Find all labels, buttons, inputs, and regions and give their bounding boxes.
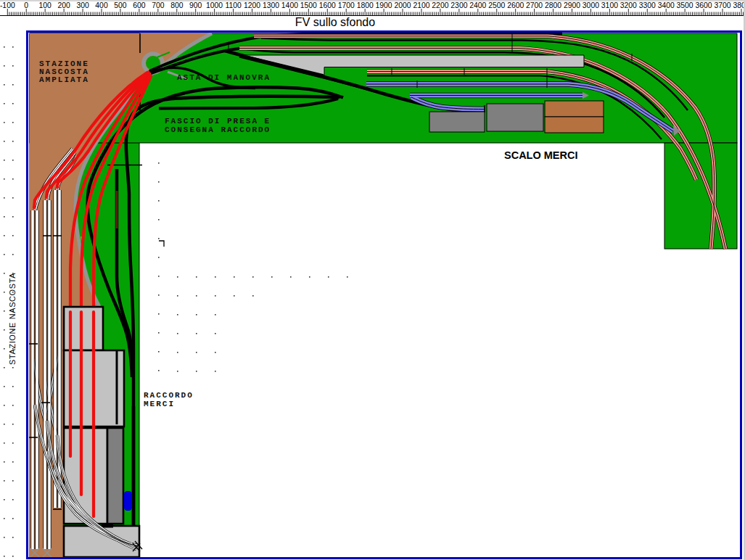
svg-text:2800: 2800 (545, 1, 561, 9)
svg-text:200: 200 (57, 1, 70, 9)
svg-text:2400: 2400 (469, 1, 486, 9)
svg-text:ASTA DI MANOVRA: ASTA DI MANOVRA (177, 73, 271, 82)
svg-text:3600: 3600 (696, 1, 712, 9)
svg-text:3300: 3300 (639, 1, 656, 9)
svg-text:0: 0 (24, 1, 28, 9)
svg-text:1000: 1000 (206, 1, 223, 9)
svg-text:1700: 1700 (338, 1, 355, 9)
svg-text:-100: -100 (0, 1, 15, 9)
svg-text:FASCIO DI PRESA E: FASCIO DI PRESA E (165, 117, 271, 125)
svg-text:CONSEGNA RACCORDO: CONSEGNA RACCORDO (165, 125, 271, 134)
svg-text:3500: 3500 (677, 1, 693, 9)
svg-text:2100: 2100 (413, 1, 429, 9)
svg-text:1200: 1200 (244, 1, 260, 9)
svg-text:MERCI: MERCI (144, 400, 175, 408)
svg-text:2900: 2900 (564, 1, 580, 9)
svg-text:1900: 1900 (376, 1, 392, 9)
svg-text:1800: 1800 (357, 1, 374, 9)
svg-text:2300: 2300 (450, 1, 467, 9)
svg-text:2000: 2000 (394, 1, 411, 9)
svg-text:100: 100 (39, 1, 52, 9)
svg-text:500: 500 (114, 1, 127, 9)
svg-text:3000: 3000 (583, 1, 599, 9)
svg-text:2600: 2600 (507, 1, 524, 9)
svg-text:400: 400 (95, 1, 108, 9)
svg-text:3100: 3100 (601, 1, 618, 9)
svg-text:1600: 1600 (319, 1, 336, 9)
svg-text:3700: 3700 (714, 1, 730, 9)
svg-text:STAZIONE NASCOSTA: STAZIONE NASCOSTA (8, 273, 17, 365)
svg-text:RACCORDO: RACCORDO (144, 391, 194, 400)
svg-text:300: 300 (76, 1, 89, 9)
svg-text:1500: 1500 (300, 1, 317, 9)
svg-text:600: 600 (133, 1, 146, 9)
svg-text:2500: 2500 (488, 1, 505, 9)
svg-text:800: 800 (170, 1, 184, 9)
svg-text:900: 900 (189, 1, 202, 9)
svg-text:1400: 1400 (281, 1, 298, 9)
svg-text:2200: 2200 (432, 1, 448, 9)
svg-text:SCALO MERCI: SCALO MERCI (504, 149, 578, 161)
svg-text:700: 700 (152, 1, 165, 9)
svg-text:AMPLIATA: AMPLIATA (39, 75, 89, 84)
svg-text:3200: 3200 (620, 1, 637, 9)
svg-text:3400: 3400 (658, 1, 675, 9)
svg-text:2700: 2700 (526, 1, 543, 9)
svg-text:FV sullo sfondo: FV sullo sfondo (295, 16, 375, 28)
svg-text:1300: 1300 (263, 1, 279, 9)
svg-text:1100: 1100 (225, 1, 242, 9)
svg-text:3800: 3800 (733, 1, 745, 9)
